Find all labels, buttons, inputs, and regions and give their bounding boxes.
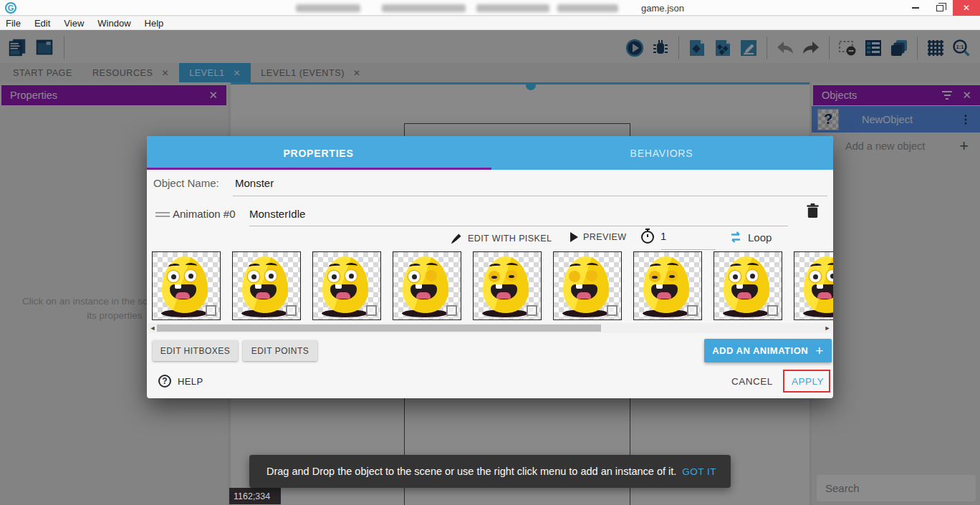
- cursor-coordinates: 1162;334: [229, 488, 281, 504]
- animation-frame-0[interactable]: [152, 251, 221, 320]
- object-name-input[interactable]: Monster: [235, 177, 274, 189]
- loop-label: Loop: [748, 231, 772, 244]
- loop-toggle[interactable]: Loop: [729, 230, 772, 244]
- time-between-frames-value[interactable]: 1: [660, 231, 666, 242]
- animation-frame-8[interactable]: [794, 251, 833, 320]
- animation-frame-6[interactable]: [633, 251, 702, 320]
- scrollbar-thumb[interactable]: [157, 324, 601, 332]
- active-tab-indicator: [147, 168, 491, 170]
- redacted-title-text: [476, 4, 549, 12]
- help-label: HELP: [178, 376, 203, 387]
- scroll-right-icon[interactable]: ►: [823, 324, 832, 332]
- loop-icon: [729, 230, 743, 244]
- add-animation-label: ADD AN ANIMATION: [712, 345, 808, 356]
- plus-icon: +: [815, 343, 824, 359]
- apply-highlight-annotation: [783, 370, 830, 393]
- frame-checkbox[interactable]: [366, 305, 377, 316]
- play-icon: [570, 232, 578, 242]
- frame-checkbox[interactable]: [767, 305, 778, 316]
- gdevelop-logo-icon: G: [5, 2, 16, 14]
- animation-frame-2[interactable]: [312, 251, 381, 320]
- cancel-button[interactable]: CANCEL: [731, 376, 773, 387]
- stopwatch-icon: [640, 228, 655, 245]
- frame-checkbox[interactable]: [607, 305, 618, 316]
- edit-hitboxes-button[interactable]: EDIT HITBOXES: [153, 340, 238, 361]
- window-title: game.json: [641, 3, 684, 14]
- animation-frame-1[interactable]: [232, 251, 301, 320]
- animation-frames-strip: [147, 251, 833, 321]
- delete-animation-button[interactable]: [806, 203, 820, 222]
- menu-item-edit[interactable]: Edit: [34, 18, 58, 29]
- frame-checkbox[interactable]: [286, 305, 297, 316]
- tab-properties[interactable]: PROPERTIES: [147, 136, 490, 170]
- menu-item-window[interactable]: Window: [97, 18, 138, 29]
- edit-with-piskel-button[interactable]: EDIT WITH PISKEL: [451, 232, 552, 244]
- animation-frame-3[interactable]: [393, 251, 461, 320]
- menu-item-file[interactable]: File: [6, 18, 29, 29]
- snackbar-message: Drag and Drop the object to the scene or…: [266, 466, 682, 477]
- frame-checkbox[interactable]: [206, 305, 216, 316]
- frames-scrollbar[interactable]: ◄ ►: [148, 323, 832, 333]
- redacted-title-text: [557, 4, 618, 12]
- redacted-title-text: [296, 4, 360, 12]
- help-icon: ?: [158, 375, 171, 388]
- animation-name-input[interactable]: MonsterIdle: [249, 208, 305, 220]
- tab-behaviors[interactable]: BEHAVIORS: [490, 136, 833, 170]
- animation-name-underline: [249, 226, 788, 226]
- frame-checkbox[interactable]: [527, 305, 537, 316]
- time-between-frames-field[interactable]: 1: [640, 228, 666, 245]
- monster-sprite: [794, 252, 833, 319]
- object-editor-dialog: PROPERTIES BEHAVIORS Object Name: Monste…: [147, 136, 833, 398]
- animation-frame-7[interactable]: [714, 251, 782, 320]
- menu-item-view[interactable]: View: [64, 18, 92, 29]
- animation-frame-5[interactable]: [553, 251, 622, 320]
- frame-checkbox[interactable]: [446, 305, 457, 316]
- minimize-button[interactable]: [904, 0, 927, 16]
- title-bar: G game.json ✕: [0, 0, 980, 16]
- add-animation-button[interactable]: ADD AN ANIMATION +: [704, 339, 832, 362]
- time-input-underline: [661, 249, 716, 250]
- edit-with-piskel-label: EDIT WITH PISKEL: [468, 234, 552, 244]
- maximize-icon: [936, 5, 943, 11]
- scroll-left-icon[interactable]: ◄: [148, 324, 157, 332]
- help-button[interactable]: ? HELP: [158, 375, 203, 388]
- maximize-button[interactable]: [928, 0, 951, 16]
- close-window-button[interactable]: ✕: [953, 0, 980, 16]
- animation-frame-4[interactable]: [473, 251, 542, 320]
- menu-item-help[interactable]: Help: [145, 18, 172, 29]
- preview-label: PREVIEW: [583, 232, 626, 242]
- brush-icon: [451, 232, 463, 244]
- close-icon: ✕: [963, 3, 970, 13]
- redacted-title-text: [382, 4, 466, 12]
- object-name-label: Object Name:: [153, 177, 219, 189]
- edit-points-button[interactable]: EDIT POINTS: [243, 340, 317, 361]
- drag-handle-icon[interactable]: [155, 212, 170, 219]
- trash-icon: [806, 203, 820, 219]
- animation-label: Animation #0: [173, 208, 236, 220]
- menu-bar: FileEditViewWindowHelp: [0, 16, 980, 30]
- preview-button[interactable]: PREVIEW: [570, 232, 626, 242]
- snackbar: Drag and Drop the object to the scene or…: [249, 455, 731, 488]
- frame-checkbox[interactable]: [687, 305, 698, 316]
- minimize-icon: [912, 7, 919, 9]
- object-name-underline: [233, 196, 827, 196]
- got-it-button[interactable]: GOT IT: [682, 466, 716, 477]
- dialog-tab-bar: PROPERTIES BEHAVIORS: [147, 136, 833, 170]
